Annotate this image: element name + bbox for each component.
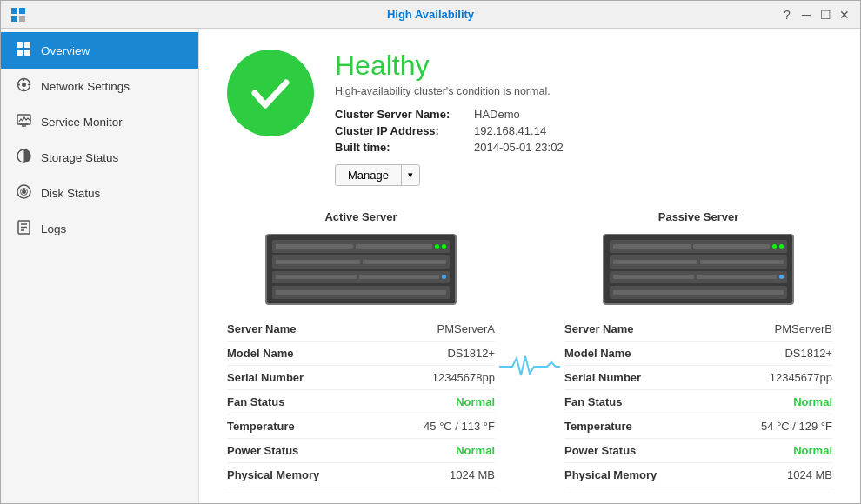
table-row: Physical Memory 1024 MB — [227, 463, 495, 487]
active-field-value-1: DS1812+ — [447, 347, 495, 360]
help-button[interactable]: ? — [780, 8, 794, 22]
cluster-ip-value: 192.168.41.14 — [474, 124, 546, 137]
svg-rect-4 — [17, 42, 23, 48]
sidebar-item-overview[interactable]: Overview — [1, 32, 198, 69]
sidebar-item-overview-label: Overview — [41, 44, 90, 57]
logs-icon — [15, 220, 32, 238]
cluster-name-label: Cluster Server Name: — [335, 108, 474, 121]
passive-field-label-6: Physical Memory — [564, 468, 657, 481]
status-title: Healthy — [335, 50, 832, 82]
built-time-value: 2014-05-01 23:02 — [474, 141, 564, 154]
cluster-ip-row: Cluster IP Address: 192.168.41.14 — [335, 124, 832, 137]
svg-rect-6 — [17, 50, 23, 56]
table-row: Model Name DS1812+ — [227, 342, 495, 366]
sidebar-item-service-monitor-label: Service Monitor — [41, 116, 123, 129]
sidebar-item-storage-status[interactable]: Storage Status — [1, 140, 198, 176]
active-server-title: Active Server — [227, 210, 495, 223]
cluster-info-table: Cluster Server Name: HADemo Cluster IP A… — [335, 108, 832, 154]
minimize-button[interactable]: ─ — [799, 8, 813, 22]
status-info: Healthy High-availability cluster's cond… — [335, 50, 832, 186]
passive-server-panel: Passive Server — [564, 210, 832, 487]
manage-button-wrapper: Manage ▾ — [335, 164, 832, 186]
titlebar: High Availability ? ─ ☐ ✕ — [1, 1, 860, 29]
active-field-value-6: 1024 MB — [450, 468, 495, 481]
passive-server-image — [603, 234, 794, 305]
cluster-name-value: HADemo — [474, 108, 520, 121]
active-field-value-3: Normal — [456, 395, 495, 408]
svg-rect-5 — [24, 42, 30, 48]
sidebar: Overview Network Settings — [1, 29, 199, 503]
svg-point-19 — [22, 189, 26, 194]
table-row: Physical Memory 1024 MB — [564, 463, 832, 487]
service-monitor-icon — [15, 113, 32, 131]
passive-field-value-1: DS1812+ — [784, 347, 832, 360]
servers-section: Active Server — [227, 210, 832, 487]
passive-field-label-2: Serial Number — [564, 371, 641, 384]
status-desc: High-availability cluster's condition is… — [335, 85, 832, 97]
main-content: Healthy High-availability cluster's cond… — [199, 29, 860, 503]
heartbeat-icon — [499, 349, 560, 384]
passive-server-details: Server Name PMServerB Model Name DS1812+… — [564, 317, 832, 487]
table-row: Fan Status Normal — [227, 390, 495, 414]
active-field-value-0: PMServerA — [437, 322, 495, 335]
health-indicator — [227, 50, 314, 136]
table-row: Power Status Normal — [564, 439, 832, 463]
table-row: Serial Number 12345678pp — [227, 366, 495, 390]
active-field-label-6: Physical Memory — [227, 468, 319, 481]
passive-field-label-0: Server Name — [564, 322, 634, 335]
active-field-label-1: Model Name — [227, 347, 294, 360]
sidebar-item-service-monitor[interactable]: Service Monitor — [1, 104, 198, 140]
sidebar-item-storage-status-label: Storage Status — [41, 151, 118, 164]
table-row: Server Name PMServerA — [227, 317, 495, 342]
active-field-label-2: Serial Number — [227, 371, 304, 384]
built-time-label: Built time: — [335, 141, 474, 154]
disk-status-icon — [15, 184, 32, 202]
active-field-label-0: Server Name — [227, 322, 297, 335]
passive-field-value-6: 1024 MB — [787, 468, 832, 481]
table-row: Serial Number 12345677pp — [564, 366, 832, 390]
titlebar-title: High Availability — [387, 8, 474, 21]
network-settings-icon — [15, 77, 32, 96]
sidebar-item-disk-status[interactable]: Disk Status — [1, 176, 198, 211]
cluster-ip-label: Cluster IP Address: — [335, 124, 474, 137]
svg-rect-3 — [19, 16, 25, 22]
storage-status-icon — [15, 149, 32, 167]
sidebar-item-network-settings[interactable]: Network Settings — [1, 69, 198, 104]
sidebar-item-logs[interactable]: Logs — [1, 211, 198, 247]
close-button[interactable]: ✕ — [838, 8, 851, 22]
maximize-button[interactable]: ☐ — [818, 8, 832, 22]
titlebar-app-icon — [10, 6, 27, 23]
table-row: Model Name DS1812+ — [564, 342, 832, 366]
table-row: Power Status Normal — [227, 439, 495, 463]
svg-rect-2 — [11, 16, 17, 22]
active-field-value-5: Normal — [456, 444, 495, 457]
sidebar-item-logs-label: Logs — [41, 222, 66, 235]
built-time-row: Built time: 2014-05-01 23:02 — [335, 141, 832, 154]
passive-field-value-2: 12345677pp — [770, 371, 832, 384]
active-field-label-5: Power Status — [227, 444, 298, 457]
passive-field-value-5: Normal — [793, 444, 832, 457]
passive-field-label-3: Fan Status — [564, 395, 622, 408]
server-divider — [495, 210, 564, 487]
titlebar-controls: ? ─ ☐ ✕ — [780, 8, 851, 22]
active-field-label-3: Fan Status — [227, 395, 284, 408]
active-server-image — [265, 234, 457, 305]
table-row: Temperature 45 °C / 113 °F — [227, 414, 495, 439]
active-field-value-2: 12345678pp — [432, 371, 495, 384]
overview-icon — [15, 41, 32, 60]
svg-rect-0 — [11, 8, 17, 14]
passive-field-value-3: Normal — [793, 395, 832, 408]
header-section: Healthy High-availability cluster's cond… — [227, 50, 832, 186]
passive-field-value-0: PMServerB — [775, 322, 832, 335]
svg-point-9 — [22, 83, 26, 87]
manage-button-dropdown[interactable]: ▾ — [402, 166, 419, 184]
manage-button-main[interactable]: Manage — [336, 165, 402, 185]
sidebar-item-network-settings-label: Network Settings — [41, 80, 130, 93]
cluster-name-row: Cluster Server Name: HADemo — [335, 108, 832, 121]
sidebar-item-disk-status-label: Disk Status — [41, 187, 100, 200]
active-field-value-4: 45 °C / 113 °F — [424, 420, 495, 433]
passive-server-title: Passive Server — [564, 210, 832, 223]
table-row: Temperature 54 °C / 129 °F — [564, 414, 832, 439]
table-row: Fan Status Normal — [564, 390, 832, 414]
manage-button[interactable]: Manage ▾ — [335, 164, 420, 186]
